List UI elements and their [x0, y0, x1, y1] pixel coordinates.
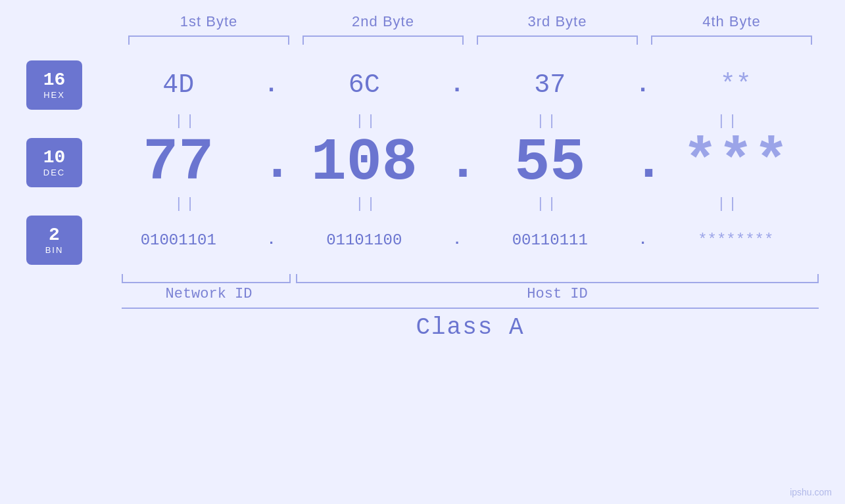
bin-b2: 01101100	[281, 233, 448, 248]
host-bracket	[296, 271, 819, 283]
hex-badge: 16 HEX	[26, 60, 82, 110]
bracket-3	[477, 35, 638, 47]
dec-badge: 10 DEC	[26, 138, 82, 187]
bin-badge-number: 2	[49, 225, 60, 246]
bracket-4	[651, 35, 812, 47]
bin-b1: 01001101	[95, 233, 262, 248]
dec-b3: 55	[467, 133, 633, 193]
hex-row: 16 HEX 4D . 6C . 37 . **	[26, 60, 819, 110]
eq2-b1: ||	[95, 196, 276, 212]
main-container: 1st Byte 2nd Byte 3rd Byte 4th Byte 16 H…	[0, 0, 845, 504]
eq1-b4: ||	[638, 113, 819, 129]
eq2-b4: ||	[638, 196, 819, 212]
eq1-b3: ||	[457, 113, 638, 129]
byte-headers: 1st Byte 2nd Byte 3rd Byte 4th Byte	[26, 13, 819, 30]
eq2-b2: ||	[276, 196, 457, 212]
bin-b4: ********	[653, 233, 819, 248]
hex-b3: 37	[467, 72, 633, 99]
byte-header-4: 4th Byte	[644, 13, 819, 30]
hex-dot2: .	[447, 72, 467, 99]
dec-badge-label: DEC	[43, 168, 65, 177]
dec-b4: ***	[653, 133, 819, 193]
footer-text: ipshu.com	[790, 487, 832, 497]
class-label: Class A	[122, 314, 819, 341]
equals-row-1: || || || ||	[26, 113, 819, 129]
id-labels-row: Network ID Host ID	[26, 286, 819, 302]
hex-badge-label: HEX	[43, 90, 65, 100]
network-bracket	[122, 271, 291, 283]
network-id-label: Network ID	[122, 286, 296, 302]
dec-row: 10 DEC 77 . 108 . 55 . ***	[26, 133, 819, 193]
bracket-2	[302, 35, 464, 47]
dec-badge-number: 10	[43, 148, 66, 168]
dec-dot2: .	[447, 133, 467, 193]
bin-b3: 00110111	[467, 233, 633, 248]
dec-b2: 108	[281, 133, 448, 193]
hex-badge-number: 16	[43, 70, 66, 91]
dec-b1: 77	[95, 133, 262, 193]
byte-header-1: 1st Byte	[122, 13, 296, 30]
hex-dot1: .	[262, 72, 281, 99]
hex-b4: **	[653, 72, 819, 99]
bottom-brackets-container	[26, 271, 819, 283]
bin-badge: 2 BIN	[26, 216, 82, 265]
bin-dot1: .	[262, 232, 281, 248]
class-bracket-line	[122, 308, 819, 309]
top-brackets	[26, 35, 819, 47]
equals-row-2: || || || ||	[26, 196, 819, 212]
host-id-label: Host ID	[296, 286, 819, 302]
byte-header-2: 2nd Byte	[296, 13, 470, 30]
eq1-b1: ||	[95, 113, 276, 129]
bin-dot3: .	[633, 232, 653, 248]
bracket-1	[128, 35, 289, 47]
dec-values: 77 . 108 . 55 . ***	[95, 133, 819, 193]
footer: ipshu.com	[790, 487, 832, 497]
bin-values: 01001101 . 01101100 . 00110111 . *******…	[95, 232, 819, 248]
eq2-b3: ||	[457, 196, 638, 212]
bin-row: 2 BIN 01001101 . 01101100 . 00110111 . *…	[26, 216, 819, 265]
hex-b1: 4D	[95, 72, 262, 99]
eq1-b2: ||	[276, 113, 457, 129]
hex-b2: 6C	[281, 72, 448, 99]
bin-dot2: .	[447, 232, 467, 248]
hex-values: 4D . 6C . 37 . **	[95, 72, 819, 99]
bin-badge-label: BIN	[45, 245, 64, 255]
hex-dot3: .	[633, 72, 653, 99]
class-section: Class A	[26, 308, 819, 341]
dec-dot3: .	[633, 133, 653, 193]
byte-header-3: 3rd Byte	[470, 13, 644, 30]
dec-dot1: .	[262, 133, 281, 193]
